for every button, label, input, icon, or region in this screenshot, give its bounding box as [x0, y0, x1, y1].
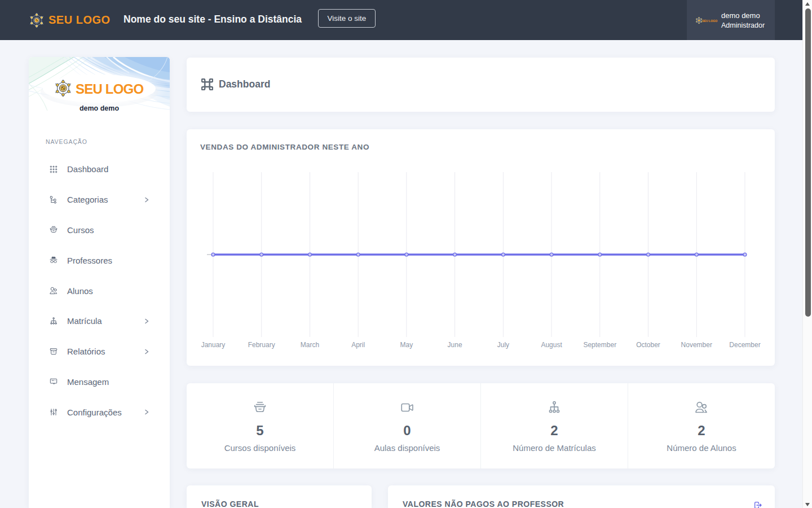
- svg-text:September: September: [583, 341, 616, 349]
- svg-text:April: April: [351, 341, 365, 349]
- svg-text:December: December: [729, 341, 760, 349]
- svg-text:February: February: [248, 341, 275, 349]
- svg-text:October: October: [636, 341, 660, 349]
- svg-text:August: August: [541, 341, 562, 349]
- svg-text:SEU LOGO: SEU LOGO: [702, 19, 717, 23]
- svg-text:July: July: [497, 341, 509, 349]
- svg-text:November: November: [681, 341, 712, 349]
- svg-text:June: June: [448, 341, 462, 349]
- svg-text:January: January: [201, 341, 226, 349]
- svg-text:SEU LOGO: SEU LOGO: [76, 81, 143, 97]
- svg-text:March: March: [301, 341, 319, 349]
- svg-text:May: May: [400, 341, 413, 349]
